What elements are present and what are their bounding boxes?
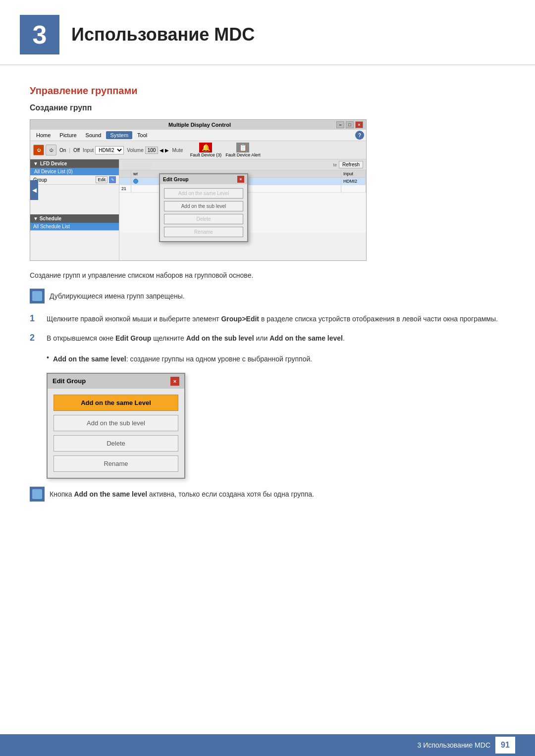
add-sub-level-btn-small[interactable]: Add on the sub level xyxy=(164,201,243,211)
fault-icon-3: 🔔 xyxy=(199,143,212,152)
edit-label[interactable]: Edit xyxy=(96,176,107,183)
chapter-title: Использование MDC xyxy=(71,24,255,45)
fault-device-3: 🔔 Fault Device (3) xyxy=(190,143,222,157)
step-2: 2 В открывшемся окне Edit Group щелкните… xyxy=(30,333,505,344)
fault-icon-alert: 📋 xyxy=(236,143,249,152)
add-same-bold: Add on the same level xyxy=(269,334,343,342)
sub-bullet-text: : создание группы на одном уровне с выбр… xyxy=(126,355,312,363)
fault-device-alert: 📋 Fault Device Alert xyxy=(225,143,261,157)
large-delete-btn[interactable]: Delete xyxy=(54,435,178,452)
search-bar[interactable] xyxy=(122,162,152,167)
app-toolbar: ⏻ ⏻ On | Off Input HDMI2 Volume 100 ◀ ▶ xyxy=(30,141,366,159)
bullet-text: Add on the same level: создание группы н… xyxy=(53,353,312,364)
titlebar-controls[interactable]: – □ × xyxy=(336,121,363,128)
help-btn[interactable]: ? xyxy=(355,131,364,140)
menu-system[interactable]: System xyxy=(106,131,132,139)
dialog-titlebar-small: Edit Group × xyxy=(160,174,247,184)
large-rename-btn[interactable]: Rename xyxy=(54,455,178,472)
dialog-close-small[interactable]: × xyxy=(237,176,244,183)
step-text-1: Щелкните правой кнопкой мыши и выберите … xyxy=(47,313,498,324)
section-title: Управление группами xyxy=(30,85,505,97)
footer-page-num: 91 xyxy=(495,737,515,754)
note-icon-inner-2 xyxy=(32,489,42,499)
sidebar-spacer2 xyxy=(30,231,119,260)
mute-label: Mute xyxy=(172,148,183,153)
lfd-header: ▼ LFD Device xyxy=(30,159,119,168)
edit-group-dialog-small: Edit Group × Add on the same Level Add o… xyxy=(159,173,248,242)
nav-arrow-left[interactable]: ◀ xyxy=(30,180,38,200)
large-dialog-close[interactable]: × xyxy=(170,377,179,386)
description: Создание групп и управление списком набо… xyxy=(30,270,505,281)
menu-tool[interactable]: Tool xyxy=(133,131,151,139)
footer-text: 3 Использование MDC xyxy=(418,741,491,749)
group-row: Group Edit ✎ xyxy=(30,175,119,184)
chapter-header: 3 Использование MDC xyxy=(0,0,535,65)
lfd-title: LFD Device xyxy=(40,161,67,166)
group-edit-bold: Group>Edit xyxy=(221,315,259,323)
steps-list: 1 Щелкните правой кнопкой мыши и выберит… xyxy=(30,313,505,344)
cell-input-2 xyxy=(341,185,366,192)
step-number-2: 2 xyxy=(30,333,40,344)
edit-group-dialog-large: Edit Group × Add on the same Level Add o… xyxy=(47,373,185,479)
large-add-sub-level-btn[interactable]: Add on the sub level xyxy=(54,415,178,431)
schedule-title: Schedule xyxy=(40,216,61,221)
note-box-2: Кнопка Add on the same level активна, то… xyxy=(30,487,505,502)
refresh-btn[interactable]: Refresh xyxy=(339,161,363,168)
menu-sound[interactable]: Sound xyxy=(82,131,106,139)
schedule-header: ▼ Schedule xyxy=(30,214,119,223)
close-btn[interactable]: × xyxy=(355,121,363,128)
large-add-same-level-btn[interactable]: Add on the same Level xyxy=(54,395,178,411)
minimize-btn[interactable]: – xyxy=(336,121,344,128)
step-number-1: 1 xyxy=(30,313,40,324)
power-off-icon[interactable]: ⏻ xyxy=(46,145,56,155)
edit-icon[interactable]: ✎ xyxy=(109,176,116,183)
bullet-dot: • xyxy=(47,353,49,364)
app-body: ▼ LFD Device All Device List (0) Group E… xyxy=(30,159,366,260)
lfd-section: ▼ LFD Device All Device List (0) Group E… xyxy=(30,159,119,185)
input-label: Input xyxy=(83,148,94,153)
volume-label: Volume xyxy=(127,148,143,153)
note-box-1: Дублирующиеся имена групп запрещены. xyxy=(30,289,505,303)
app-sidebar: ▼ LFD Device All Device List (0) Group E… xyxy=(30,159,119,260)
volume-value: 100 xyxy=(145,147,159,154)
app-menubar: Home Picture Sound System Tool ? xyxy=(30,130,366,141)
large-dialog-title: Edit Group xyxy=(53,377,86,385)
add-sub-bold: Add on the sub level xyxy=(186,334,254,342)
all-schedule-list[interactable]: All Schedule List xyxy=(30,223,119,230)
maximize-btn[interactable]: □ xyxy=(346,121,354,128)
menu-picture[interactable]: Picture xyxy=(55,131,80,139)
off-label: Off xyxy=(73,148,80,153)
mute-group: Mute xyxy=(172,148,183,153)
rename-btn-small[interactable]: Rename xyxy=(164,227,243,237)
note-icon-2 xyxy=(30,487,45,502)
schedule-section: ▼ Schedule All Schedule List xyxy=(30,214,119,231)
volume-arrow-right[interactable]: ▶ xyxy=(165,148,169,153)
power-on-icon[interactable]: ⏻ xyxy=(33,145,44,155)
fault-device-alert-label: Fault Device Alert xyxy=(225,152,261,157)
large-dialog-body: Add on the same Level Add on the sub lev… xyxy=(48,389,184,478)
delete-btn-small[interactable]: Delete xyxy=(164,214,243,224)
cell-input-1: HDMI2 xyxy=(341,178,366,185)
app-titlebar: Multiple Display Control – □ × xyxy=(30,120,366,130)
power-group: ⏻ ⏻ xyxy=(33,145,56,155)
input-group: Input HDMI2 xyxy=(83,146,124,154)
on-label: On xyxy=(59,148,66,153)
fault-icons: 🔔 Fault Device (3) 📋 Fault Device Alert xyxy=(190,143,261,157)
on-off-labels: On | Off xyxy=(59,148,80,153)
all-device-list[interactable]: All Device List (0) xyxy=(30,168,119,175)
cell-num-2: 21 xyxy=(119,185,131,192)
add-same-level-btn-small[interactable]: Add on the same Level xyxy=(164,188,243,199)
edit-group-bold: Edit Group xyxy=(115,334,151,342)
page-footer: 3 Использование MDC 91 xyxy=(0,734,535,756)
subsection-title: Создание групп xyxy=(30,103,505,112)
sub-bullet: • Add on the same level: создание группы… xyxy=(47,353,505,364)
note-text-1: Дублирующиеся имена групп запрещены. xyxy=(50,289,185,302)
input-select[interactable]: HDMI2 xyxy=(95,146,124,154)
right-area: te Refresh xyxy=(333,161,363,168)
cell-num-1 xyxy=(119,178,131,185)
sidebar-spacer xyxy=(30,185,119,214)
volume-arrow-left[interactable]: ◀ xyxy=(160,148,163,153)
menu-home[interactable]: Home xyxy=(32,131,54,139)
note-icon-1 xyxy=(30,289,45,303)
dialog-body-small: Add on the same Level Add on the sub lev… xyxy=(160,184,247,241)
